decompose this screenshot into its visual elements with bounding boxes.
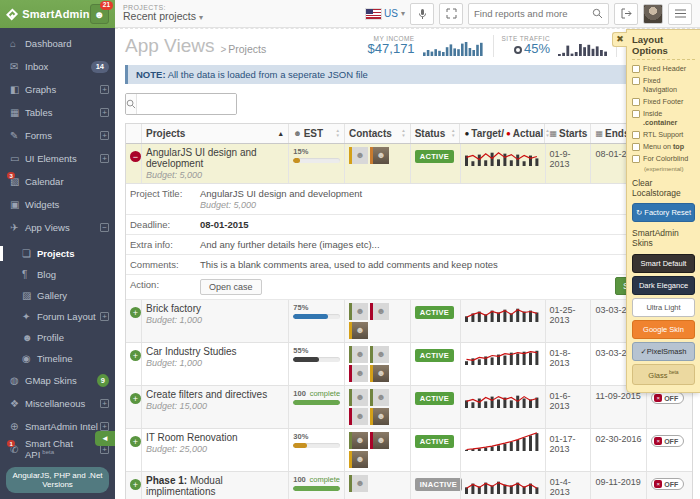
- contact-avatar[interactable]: ☻: [349, 303, 368, 320]
- target-actual-sparkline: [465, 346, 541, 365]
- checkbox[interactable]: [632, 98, 640, 106]
- checkbox[interactable]: [632, 65, 640, 73]
- logout-icon: [621, 8, 632, 19]
- factory-reset-button[interactable]: ↻ Factory Reset: [632, 203, 695, 222]
- close-panel-button[interactable]: ✖: [612, 32, 627, 47]
- sidebar-item-ui-elements[interactable]: ▭UI Elements+: [0, 147, 115, 170]
- sidebar-item-forms[interactable]: ✎Forms+: [0, 124, 115, 147]
- sidebar-item-profile[interactable]: ☻Profile: [0, 327, 115, 348]
- project-name: Phase 1: Modual implimentations: [146, 475, 284, 497]
- income-value: $47,171: [368, 42, 415, 57]
- table-cell: ☻: [344, 472, 410, 499]
- skin-button-glass[interactable]: Glass beta: [632, 364, 695, 385]
- contact-avatar[interactable]: ☻: [349, 365, 368, 382]
- sidebar-item-projects[interactable]: ❏Projects: [0, 243, 115, 264]
- skin-button-dark-elegance[interactable]: Dark Elegance: [632, 276, 695, 295]
- project-selector[interactable]: PROJECTS: Recent projects ▾: [123, 4, 203, 23]
- skin-button-smart-default[interactable]: Smart Default: [632, 254, 695, 273]
- clear-localstorage-label: Clear Localstorage: [632, 178, 695, 198]
- contact-avatar[interactable]: ☻: [349, 389, 368, 406]
- col-contacts[interactable]: Contacts▲▼: [344, 124, 410, 143]
- contact-avatar[interactable]: ☻: [370, 365, 389, 382]
- contact-avatar[interactable]: ☻: [349, 322, 368, 339]
- row-toggle-off[interactable]: ×OFF: [651, 435, 684, 447]
- activity-button[interactable]: ☻ 21: [90, 4, 109, 24]
- sidebar-item-inbox[interactable]: ✉Inbox14: [0, 55, 115, 78]
- contact-avatar[interactable]: ☻: [349, 451, 368, 468]
- menu-button[interactable]: [668, 3, 692, 25]
- layout-option-fixed-navigation[interactable]: Fixed Navigation: [632, 76, 695, 94]
- collapse-sidebar-button[interactable]: ◄: [95, 431, 115, 446]
- hamburger-icon: [675, 9, 686, 18]
- search-input[interactable]: [474, 8, 592, 19]
- sidebar-item-graphs[interactable]: ◧Graphs+: [0, 78, 115, 101]
- fullscreen-button[interactable]: [439, 3, 463, 25]
- sidebar-item-gallery[interactable]: ▨Gallery: [0, 285, 115, 306]
- checkbox[interactable]: [632, 131, 640, 139]
- contact-avatar[interactable]: ☻: [349, 475, 368, 492]
- icon-badge: 1: [7, 440, 15, 447]
- expand-row-button[interactable]: +: [130, 393, 141, 404]
- layout-option-menu-on-top[interactable]: Menu on top: [632, 142, 695, 151]
- contact-avatar[interactable]: ☻: [370, 389, 389, 406]
- appviews-icon: ✈: [10, 222, 25, 233]
- contact-avatar[interactable]: ☻: [370, 408, 389, 425]
- checkbox[interactable]: [632, 155, 640, 163]
- row-toggle-off[interactable]: ×OFF: [651, 478, 684, 490]
- sidebar-item-timeline[interactable]: ◉Timeline: [0, 348, 115, 369]
- sidebar-item-app-views[interactable]: ✈App Views−: [0, 216, 115, 239]
- sidebar-item-widgets[interactable]: ▣Widgets: [0, 193, 115, 216]
- contact-avatar[interactable]: ☻: [349, 432, 368, 449]
- sidebar-item-blog[interactable]: ¶Blog: [0, 264, 115, 285]
- sidebar-item-calendar[interactable]: ▧3Calendar: [0, 170, 115, 193]
- sidebar-item-forum-layout[interactable]: ✦Forum Layout+: [0, 306, 115, 327]
- col-est[interactable]: ☻EST▲▼: [288, 124, 344, 143]
- contact-avatar[interactable]: ☻: [349, 147, 368, 164]
- table-cell: Brick factoryBudget: 1,000: [141, 300, 288, 342]
- collapse-row-button[interactable]: −: [130, 151, 141, 162]
- expand-row-button[interactable]: +: [130, 436, 141, 447]
- expand-plus-icon: +: [100, 422, 109, 431]
- layout-option-inside-container[interactable]: Inside .container: [632, 109, 695, 127]
- sidebar-item-dashboard[interactable]: ⌂Dashboard: [0, 32, 115, 55]
- language-selector[interactable]: US ▾: [366, 8, 405, 19]
- table-search-input[interactable]: [137, 94, 237, 114]
- sidebar-item-miscellaneous[interactable]: ❖Miscellaneous+: [0, 392, 115, 415]
- skin-button-ultra-light[interactable]: Ultra Light: [632, 298, 695, 317]
- expand-row-button[interactable]: +: [130, 479, 141, 490]
- contact-avatar[interactable]: ☻: [349, 346, 368, 363]
- logout-button[interactable]: [614, 3, 638, 25]
- layout-option-rtl-support[interactable]: RTL Support: [632, 130, 695, 139]
- skin-button-google-skin[interactable]: Google Skin: [632, 320, 695, 339]
- contact-avatar[interactable]: ☻: [370, 303, 389, 320]
- layout-option-fixed-footer[interactable]: Fixed Footer: [632, 97, 695, 106]
- progress-bar: [293, 357, 340, 362]
- checkbox[interactable]: [632, 143, 640, 151]
- sidebar-item-gmap-skins[interactable]: ◍GMap Skins9: [0, 369, 115, 392]
- search-icon[interactable]: [592, 8, 603, 19]
- col-status[interactable]: Status▲▼: [410, 124, 460, 143]
- expand-row-button[interactable]: +: [130, 350, 141, 361]
- col-target-actual[interactable]: ●Target/●Actual▲▼: [459, 124, 544, 143]
- checkbox[interactable]: [632, 110, 640, 118]
- layout-option-for-colorblind[interactable]: For Colorblind: [632, 154, 695, 163]
- layout-option-fixed-header[interactable]: Fixed Header: [632, 64, 695, 73]
- user-avatar[interactable]: [643, 4, 663, 24]
- contact-avatar[interactable]: ☻: [370, 432, 389, 449]
- versions-button[interactable]: AngularJS, PHP and .Net Versions: [6, 467, 109, 493]
- skin-button-pixelsmash[interactable]: ✓PixelSmash: [632, 342, 695, 361]
- tables-icon: ▦: [10, 107, 25, 118]
- sidebar-item-tables[interactable]: ▦Tables+: [0, 101, 115, 124]
- open-case-button[interactable]: Open case: [200, 279, 262, 295]
- expand-plus-icon: +: [100, 312, 109, 321]
- contact-avatar[interactable]: ☻: [349, 408, 368, 425]
- table-row: +IT Room RenovationBudget: 25,00030%☻☻☻A…: [126, 429, 692, 472]
- col-starts[interactable]: ▦Starts: [544, 124, 590, 143]
- expand-row-button[interactable]: +: [130, 307, 141, 318]
- col-projects[interactable]: Projects▲: [141, 124, 288, 143]
- row-toggle-off[interactable]: ×OFF: [651, 392, 684, 404]
- voice-command-button[interactable]: [410, 3, 434, 25]
- checkbox[interactable]: [632, 77, 640, 85]
- contact-avatar[interactable]: ☻: [370, 147, 389, 164]
- contact-avatar[interactable]: ☻: [370, 346, 389, 363]
